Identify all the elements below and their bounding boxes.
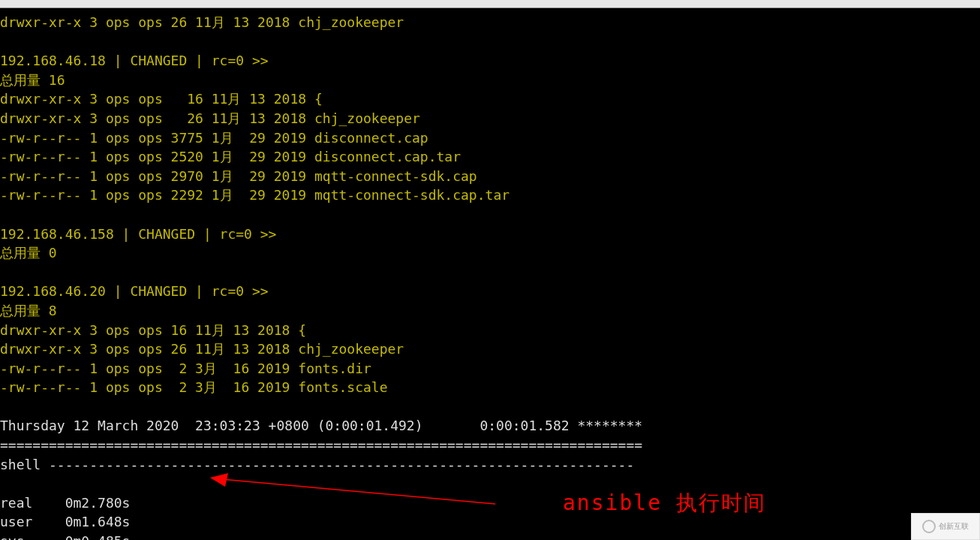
terminal-line: drwxr-xr-x 3 ops ops 26 11月 13 2018 chj_… (0, 13, 980, 32)
terminal-line (0, 474, 980, 493)
terminal-line: -rw-r--r-- 1 ops ops 2 3月 16 2019 fonts.… (0, 378, 980, 397)
terminal-line: shell ----------------------------------… (0, 455, 980, 475)
annotation-label: ansible 执行时间 (563, 489, 766, 517)
terminal-line: 总用量 16 (0, 71, 980, 90)
terminal-line: Thursday 12 March 2020 23:03:23 +0800 (0… (0, 416, 980, 436)
terminal-line: ========================================… (0, 436, 980, 455)
terminal-line: -rw-r--r-- 1 ops ops 3775 1月 29 2019 dis… (0, 128, 980, 148)
terminal-output: drwxr-xr-x 3 ops ops 26 11月 13 2018 chj_… (0, 8, 980, 540)
terminal-line: 192.168.46.18 | CHANGED | rc=0 >> (0, 51, 980, 71)
terminal-line: sys 0m0.485s (0, 532, 980, 540)
terminal-line: 192.168.46.158 | CHANGED | rc=0 >> (0, 225, 980, 244)
terminal-line: 总用量 8 (0, 301, 980, 321)
terminal-line: user 0m1.648s (0, 512, 980, 532)
terminal-line: drwxr-xr-x 3 ops ops 26 11月 13 2018 chj_… (0, 109, 980, 128)
terminal-line: real 0m2.780s (0, 493, 980, 513)
terminal-line (0, 205, 980, 225)
watermark-badge: 创新互联 (911, 513, 980, 540)
terminal[interactable]: drwxr-xr-x 3 ops ops 26 11月 13 2018 chj_… (0, 8, 980, 540)
terminal-line: -rw-r--r-- 1 ops ops 2520 1月 29 2019 dis… (0, 147, 980, 167)
terminal-line (0, 263, 980, 282)
terminal-line: drwxr-xr-x 3 ops ops 26 11月 13 2018 chj_… (0, 339, 980, 359)
terminal-line (0, 397, 980, 417)
terminal-line: -rw-r--r-- 1 ops ops 2 3月 16 2019 fonts.… (0, 359, 980, 379)
terminal-line: -rw-r--r-- 1 ops ops 2970 1月 29 2019 mqt… (0, 167, 980, 186)
watermark-logo-icon (922, 520, 936, 533)
terminal-line: drwxr-xr-x 3 ops ops 16 11月 13 2018 { (0, 321, 980, 340)
terminal-line: 总用量 0 (0, 243, 980, 263)
terminal-line: -rw-r--r-- 1 ops ops 2292 1月 29 2019 mqt… (0, 186, 980, 205)
window-frame: drwxr-xr-x 3 ops ops 26 11月 13 2018 chj_… (0, 0, 980, 540)
terminal-line (0, 32, 980, 52)
terminal-line: drwxr-xr-x 3 ops ops 16 11月 13 2018 { (0, 89, 980, 109)
watermark-text: 创新互联 (939, 521, 969, 532)
terminal-line: 192.168.46.20 | CHANGED | rc=0 >> (0, 282, 980, 301)
